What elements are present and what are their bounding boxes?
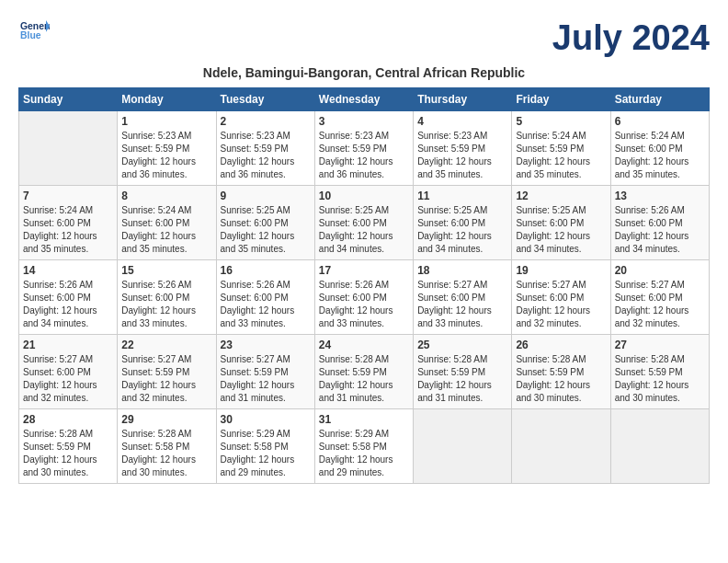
day-number: 17 <box>319 264 409 277</box>
calendar-day-cell: 22Sunrise: 5:27 AM Sunset: 5:59 PM Dayli… <box>118 335 216 409</box>
day-info: Sunrise: 5:27 AM Sunset: 6:00 PM Dayligh… <box>417 279 507 330</box>
day-info: Sunrise: 5:26 AM Sunset: 6:00 PM Dayligh… <box>23 279 113 330</box>
day-info: Sunrise: 5:24 AM Sunset: 6:00 PM Dayligh… <box>23 204 113 256</box>
day-info: Sunrise: 5:26 AM Sunset: 6:00 PM Dayligh… <box>121 279 211 330</box>
day-info: Sunrise: 5:25 AM Sunset: 6:00 PM Dayligh… <box>516 204 606 256</box>
calendar-day-cell: 21Sunrise: 5:27 AM Sunset: 6:00 PM Dayli… <box>19 335 118 409</box>
calendar-day-cell <box>610 409 709 484</box>
calendar-day-cell: 6Sunrise: 5:24 AM Sunset: 6:00 PM Daylig… <box>610 111 709 186</box>
day-info: Sunrise: 5:26 AM Sunset: 6:00 PM Dayligh… <box>221 279 311 330</box>
day-info: Sunrise: 5:28 AM Sunset: 5:59 PM Dayligh… <box>319 353 409 405</box>
day-info: Sunrise: 5:28 AM Sunset: 5:58 PM Dayligh… <box>121 428 211 479</box>
day-info: Sunrise: 5:25 AM Sunset: 6:00 PM Dayligh… <box>221 204 311 256</box>
day-info: Sunrise: 5:26 AM Sunset: 6:00 PM Dayligh… <box>615 204 705 256</box>
day-number: 23 <box>221 339 311 351</box>
day-number: 7 <box>23 190 113 202</box>
calendar-day-cell: 2Sunrise: 5:23 AM Sunset: 5:59 PM Daylig… <box>216 111 314 186</box>
calendar-day-cell <box>512 409 610 484</box>
day-number: 14 <box>23 264 113 277</box>
day-number: 18 <box>417 264 507 277</box>
day-number: 2 <box>221 115 311 128</box>
day-info: Sunrise: 5:23 AM Sunset: 5:59 PM Dayligh… <box>319 130 409 181</box>
day-info: Sunrise: 5:28 AM Sunset: 5:59 PM Dayligh… <box>417 353 507 405</box>
day-info: Sunrise: 5:25 AM Sunset: 6:00 PM Dayligh… <box>417 204 507 256</box>
calendar-week-row: 14Sunrise: 5:26 AM Sunset: 6:00 PM Dayli… <box>19 260 710 335</box>
calendar-day-cell: 19Sunrise: 5:27 AM Sunset: 6:00 PM Dayli… <box>512 260 610 335</box>
month-title: July 2024 <box>552 18 710 58</box>
calendar-day-cell: 15Sunrise: 5:26 AM Sunset: 6:00 PM Dayli… <box>118 260 216 335</box>
calendar-table: SundayMondayTuesdayWednesdayThursdayFrid… <box>18 87 710 484</box>
day-info: Sunrise: 5:26 AM Sunset: 6:00 PM Dayligh… <box>319 279 409 330</box>
day-info: Sunrise: 5:23 AM Sunset: 5:59 PM Dayligh… <box>121 130 211 181</box>
day-info: Sunrise: 5:29 AM Sunset: 5:58 PM Dayligh… <box>319 428 409 479</box>
calendar-day-cell: 3Sunrise: 5:23 AM Sunset: 5:59 PM Daylig… <box>314 111 413 186</box>
calendar-week-row: 21Sunrise: 5:27 AM Sunset: 6:00 PM Dayli… <box>19 335 710 409</box>
calendar-day-cell: 10Sunrise: 5:25 AM Sunset: 6:00 PM Dayli… <box>314 186 413 260</box>
calendar-day-cell: 31Sunrise: 5:29 AM Sunset: 5:58 PM Dayli… <box>314 409 413 484</box>
logo-icon: General Blue <box>20 18 50 44</box>
svg-text:General: General <box>20 21 50 31</box>
weekday-header-cell: Thursday <box>414 88 512 111</box>
day-number: 31 <box>319 413 409 426</box>
day-number: 10 <box>319 190 409 202</box>
calendar-day-cell: 4Sunrise: 5:23 AM Sunset: 5:59 PM Daylig… <box>414 111 512 186</box>
calendar-day-cell: 25Sunrise: 5:28 AM Sunset: 5:59 PM Dayli… <box>414 335 512 409</box>
day-info: Sunrise: 5:27 AM Sunset: 5:59 PM Dayligh… <box>221 353 311 405</box>
calendar-day-cell: 28Sunrise: 5:28 AM Sunset: 5:59 PM Dayli… <box>19 409 118 484</box>
day-number: 29 <box>121 413 211 426</box>
day-info: Sunrise: 5:24 AM Sunset: 6:00 PM Dayligh… <box>615 130 705 181</box>
day-number: 30 <box>221 413 311 426</box>
calendar-body: 1Sunrise: 5:23 AM Sunset: 5:59 PM Daylig… <box>19 111 710 484</box>
calendar-day-cell: 27Sunrise: 5:28 AM Sunset: 5:59 PM Dayli… <box>610 335 709 409</box>
calendar-day-cell: 9Sunrise: 5:25 AM Sunset: 6:00 PM Daylig… <box>216 186 314 260</box>
day-number: 12 <box>516 190 606 202</box>
day-number: 26 <box>516 339 606 351</box>
day-info: Sunrise: 5:28 AM Sunset: 5:59 PM Dayligh… <box>615 353 705 405</box>
day-number: 1 <box>121 115 211 128</box>
calendar-day-cell <box>414 409 512 484</box>
day-number: 15 <box>121 264 211 277</box>
weekday-header-cell: Monday <box>118 88 216 111</box>
day-info: Sunrise: 5:27 AM Sunset: 5:59 PM Dayligh… <box>121 353 211 405</box>
day-number: 22 <box>121 339 211 351</box>
calendar-week-row: 7Sunrise: 5:24 AM Sunset: 6:00 PM Daylig… <box>19 186 710 260</box>
day-info: Sunrise: 5:27 AM Sunset: 6:00 PM Dayligh… <box>615 279 705 330</box>
weekday-header-cell: Tuesday <box>216 88 314 111</box>
day-number: 5 <box>516 115 606 128</box>
location-title: Ndele, Bamingui-Bangoran, Central Africa… <box>18 65 710 80</box>
day-number: 21 <box>23 339 113 351</box>
day-number: 4 <box>417 115 507 128</box>
day-info: Sunrise: 5:27 AM Sunset: 6:00 PM Dayligh… <box>516 279 606 330</box>
weekday-header-cell: Saturday <box>610 88 709 111</box>
calendar-day-cell: 1Sunrise: 5:23 AM Sunset: 5:59 PM Daylig… <box>118 111 216 186</box>
weekday-header-cell: Sunday <box>19 88 118 111</box>
day-info: Sunrise: 5:27 AM Sunset: 6:00 PM Dayligh… <box>23 353 113 405</box>
calendar-day-cell: 17Sunrise: 5:26 AM Sunset: 6:00 PM Dayli… <box>314 260 413 335</box>
day-info: Sunrise: 5:24 AM Sunset: 5:59 PM Dayligh… <box>516 130 606 181</box>
logo: General Blue <box>18 18 50 44</box>
header: General Blue July 2024 <box>18 18 710 58</box>
calendar-day-cell: 26Sunrise: 5:28 AM Sunset: 5:59 PM Dayli… <box>512 335 610 409</box>
calendar-day-cell <box>19 111 118 186</box>
weekday-header-row: SundayMondayTuesdayWednesdayThursdayFrid… <box>19 88 710 111</box>
day-info: Sunrise: 5:23 AM Sunset: 5:59 PM Dayligh… <box>417 130 507 181</box>
day-number: 16 <box>221 264 311 277</box>
calendar-day-cell: 8Sunrise: 5:24 AM Sunset: 6:00 PM Daylig… <box>118 186 216 260</box>
calendar-day-cell: 20Sunrise: 5:27 AM Sunset: 6:00 PM Dayli… <box>610 260 709 335</box>
calendar-week-row: 1Sunrise: 5:23 AM Sunset: 5:59 PM Daylig… <box>19 111 710 186</box>
day-number: 24 <box>319 339 409 351</box>
day-number: 6 <box>615 115 705 128</box>
day-info: Sunrise: 5:25 AM Sunset: 6:00 PM Dayligh… <box>319 204 409 256</box>
day-info: Sunrise: 5:28 AM Sunset: 5:59 PM Dayligh… <box>516 353 606 405</box>
day-number: 19 <box>516 264 606 277</box>
day-number: 25 <box>417 339 507 351</box>
calendar-day-cell: 16Sunrise: 5:26 AM Sunset: 6:00 PM Dayli… <box>216 260 314 335</box>
day-info: Sunrise: 5:24 AM Sunset: 6:00 PM Dayligh… <box>121 204 211 256</box>
day-info: Sunrise: 5:28 AM Sunset: 5:59 PM Dayligh… <box>23 428 113 479</box>
day-number: 28 <box>23 413 113 426</box>
calendar-day-cell: 30Sunrise: 5:29 AM Sunset: 5:58 PM Dayli… <box>216 409 314 484</box>
day-number: 9 <box>221 190 311 202</box>
calendar-day-cell: 18Sunrise: 5:27 AM Sunset: 6:00 PM Dayli… <box>414 260 512 335</box>
day-info: Sunrise: 5:23 AM Sunset: 5:59 PM Dayligh… <box>221 130 311 181</box>
calendar-day-cell: 7Sunrise: 5:24 AM Sunset: 6:00 PM Daylig… <box>19 186 118 260</box>
